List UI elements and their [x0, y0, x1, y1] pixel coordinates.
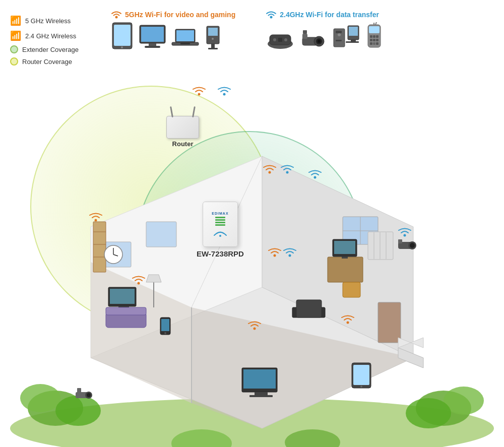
led-2 [215, 219, 225, 221]
svg-point-126 [286, 171, 289, 174]
2ghz-devices [266, 22, 383, 52]
category-5ghz-title: 5GHz Wi-Fi for video and gaming [111, 10, 235, 19]
device-monitor [139, 25, 166, 52]
svg-point-124 [347, 322, 349, 324]
svg-rect-85 [343, 282, 360, 297]
device-cordless-phone [365, 22, 383, 52]
house-illustration [0, 66, 504, 447]
wifi-blue-icon [266, 10, 277, 19]
category-2ghz: 2.4GHz Wi-Fi for data transfer [266, 10, 383, 52]
svg-rect-39 [369, 26, 380, 33]
svg-rect-47 [373, 42, 375, 45]
svg-line-50 [375, 22, 376, 25]
svg-rect-31 [349, 27, 358, 36]
router-box [166, 116, 199, 139]
svg-point-94 [55, 396, 101, 426]
svg-rect-43 [370, 39, 372, 41]
svg-rect-37 [336, 40, 342, 41]
5ghz-devices [111, 22, 222, 52]
led-3 [215, 222, 225, 223]
legend-item-extender: Extender Coverage [10, 45, 79, 53]
category-5ghz: 5GHz Wi-Fi for video and gaming [111, 10, 235, 52]
led-1 [215, 217, 225, 218]
extender-box: EDIMAX [203, 202, 238, 247]
extender-coverage-icon [10, 45, 18, 53]
wifi-orange-icon [111, 10, 122, 19]
legend-item-5ghz: 📶 5 GHz Wireless [10, 15, 79, 26]
svg-rect-113 [255, 392, 268, 395]
svg-point-97 [406, 398, 451, 428]
legend-label-extender: Extender Coverage [22, 46, 79, 53]
extender-brand: EDIMAX [212, 212, 228, 215]
device-desktop-small [204, 26, 222, 52]
svg-rect-6 [149, 43, 156, 46]
device-gaming-console [266, 30, 295, 52]
svg-rect-87 [296, 300, 322, 317]
legend-item-2ghz: 📶 2.4 GHz Wireless [10, 30, 79, 41]
svg-rect-44 [373, 39, 375, 41]
svg-rect-81 [328, 257, 363, 282]
svg-point-122 [138, 282, 140, 285]
extender-device: EDIMAX EW-7238RPD [197, 202, 244, 258]
svg-rect-116 [353, 365, 369, 385]
svg-point-118 [198, 93, 201, 96]
svg-rect-29 [303, 30, 307, 34]
svg-point-110 [164, 332, 166, 334]
svg-point-21 [284, 38, 287, 41]
svg-point-20 [273, 38, 276, 41]
extender-leds [215, 217, 225, 226]
svg-rect-83 [334, 241, 355, 254]
svg-rect-14 [211, 44, 215, 48]
wifi-5ghz-icon: 📶 [10, 15, 21, 26]
svg-rect-72 [110, 289, 135, 304]
legend-label-5ghz: 5 GHz Wireless [25, 17, 71, 25]
svg-rect-33 [346, 41, 359, 43]
svg-point-120 [95, 219, 97, 222]
router-coverage-icon [10, 57, 18, 66]
svg-point-123 [254, 328, 256, 330]
svg-rect-107 [77, 388, 81, 393]
svg-rect-7 [145, 46, 160, 48]
svg-point-129 [404, 234, 406, 237]
svg-rect-45 [376, 39, 379, 41]
svg-point-3 [121, 46, 123, 48]
svg-rect-11 [180, 43, 190, 44]
top-categories: 5GHz Wi-Fi for video and gaming [111, 10, 383, 52]
svg-point-16 [212, 38, 214, 40]
svg-rect-32 [351, 40, 356, 41]
svg-point-128 [314, 176, 317, 179]
svg-rect-46 [370, 42, 372, 45]
svg-rect-22 [278, 38, 282, 42]
svg-rect-27 [302, 34, 307, 39]
svg-rect-15 [208, 48, 218, 49]
legend-label-router: Router Coverage [22, 58, 72, 66]
category-2ghz-title: 2.4GHz Wi-Fi for data transfer [266, 10, 379, 19]
svg-marker-77 [146, 275, 161, 282]
svg-point-102 [410, 243, 415, 248]
svg-rect-36 [336, 31, 342, 33]
svg-point-106 [87, 393, 91, 397]
5ghz-title-text: 5GHz Wi-Fi for video and gaming [125, 11, 235, 19]
svg-rect-67 [93, 222, 106, 272]
svg-rect-60 [146, 222, 176, 247]
svg-point-93 [20, 384, 60, 412]
svg-rect-103 [398, 239, 402, 243]
extender-wifi-symbol [210, 227, 230, 237]
svg-point-121 [274, 254, 276, 257]
svg-point-26 [318, 40, 321, 43]
led-4 [215, 224, 225, 226]
2ghz-title-text: 2.4GHz Wi-Fi for data transfer [280, 11, 379, 19]
wifi-2ghz-icon: 📶 [10, 30, 21, 41]
router-label: Router [172, 140, 194, 148]
svg-rect-109 [161, 319, 169, 331]
device-computer-tower [333, 25, 360, 52]
svg-point-119 [269, 171, 271, 174]
svg-point-117 [360, 386, 362, 388]
svg-point-35 [338, 33, 341, 36]
main-diagram: Router EDIMAX EW-7238RPD [0, 66, 504, 447]
router-device: Router [166, 116, 199, 148]
device-laptop [171, 29, 199, 52]
svg-rect-114 [249, 395, 273, 397]
svg-rect-40 [370, 35, 372, 38]
svg-rect-5 [141, 27, 164, 42]
